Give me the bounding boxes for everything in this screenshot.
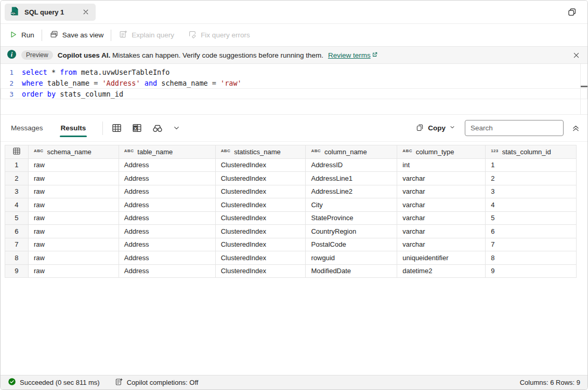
open-in-table-icon[interactable] [111, 123, 122, 133]
export-to-excel-icon[interactable]: X [132, 123, 142, 133]
grid-cell[interactable]: 9 [486, 265, 577, 278]
grid-cell[interactable]: Address [119, 238, 216, 252]
grid-cell[interactable]: raw [29, 185, 119, 199]
grid-cell[interactable]: uniqueidentifier [397, 251, 486, 265]
grid-cell[interactable]: 3 [486, 185, 577, 199]
code-line-3[interactable]: 3order by stats_column_id [1, 88, 587, 99]
grid-cell[interactable]: varchar [397, 212, 486, 225]
copy-button[interactable]: Copy [415, 123, 455, 133]
query-toolbar: Run Save as view Explain que [1, 24, 587, 46]
table-row: 3rawAddressClusteredIndexAddressLine2var… [5, 185, 577, 199]
grid-cell[interactable]: ClusteredIndex [216, 225, 306, 238]
grid-cell[interactable]: Address [119, 265, 216, 278]
grid-cell[interactable]: raw [29, 265, 119, 278]
grid-cell[interactable]: 1 [486, 159, 577, 172]
grid-cell[interactable]: Address [119, 159, 216, 172]
grid-cell[interactable]: ClusteredIndex [216, 185, 306, 199]
grid-cell[interactable]: raw [29, 198, 119, 212]
editor-scrollbar[interactable] [580, 64, 587, 114]
save-as-view-button[interactable]: Save as view [49, 30, 104, 41]
grid-cell[interactable]: varchar [397, 172, 486, 185]
grid-cell[interactable]: Address [119, 185, 216, 199]
grid-cell[interactable]: CountryRegion [306, 225, 397, 238]
column-header-stats_column_id[interactable]: 123stats_column_id [486, 145, 577, 159]
grid-cell[interactable]: ModifiedDate [306, 265, 397, 278]
grid-cell[interactable]: Address [119, 251, 216, 265]
grid-cell[interactable]: ClusteredIndex [216, 172, 306, 185]
grid-cell[interactable]: PostalCode [306, 238, 397, 252]
column-header-statistics_name[interactable]: ABCstatistics_name [216, 145, 306, 159]
grid-cell[interactable]: ClusteredIndex [216, 238, 306, 252]
grid-cell[interactable]: 4 [486, 198, 577, 212]
grid-cell[interactable]: Address [119, 212, 216, 225]
inspect-binoculars-icon[interactable] [152, 123, 163, 134]
grid-cell[interactable]: ClusteredIndex [216, 159, 306, 172]
column-header-schema_name[interactable]: ABCschema_name [29, 145, 119, 159]
grid-cell[interactable]: raw [29, 251, 119, 265]
grid-cell[interactable]: City [306, 198, 397, 212]
fix-query-errors-button[interactable]: Fix query errors [188, 30, 250, 41]
grid-cell[interactable]: datetime2 [397, 265, 486, 278]
select-all-cell[interactable] [5, 145, 29, 159]
code-line-1[interactable]: 1select * from meta.uvwUserTableInfo [1, 66, 587, 77]
grid-cell[interactable]: Address [119, 198, 216, 212]
grid-cell[interactable]: 5 [486, 212, 577, 225]
column-type-icon: ABC [34, 149, 44, 153]
tab-sql-query[interactable]: SQL SQL query 1 [5, 4, 96, 21]
column-header-column_type[interactable]: ABCcolumn_type [397, 145, 486, 159]
table-row: 4rawAddressClusteredIndexCityvarchar4 [5, 198, 577, 212]
copilot-completions-status[interactable]: Copilot completions: Off [114, 378, 199, 388]
grid-cell[interactable]: ClusteredIndex [216, 265, 306, 278]
collapse-results-icon[interactable] [571, 124, 580, 132]
tab-results[interactable]: Results [60, 115, 87, 142]
grid-cell[interactable]: raw [29, 238, 119, 252]
grid-cell[interactable]: varchar [397, 198, 486, 212]
row-number-cell[interactable]: 6 [5, 225, 29, 238]
row-number-cell[interactable]: 4 [5, 198, 29, 212]
column-header-column_name[interactable]: ABCcolumn_name [306, 145, 397, 159]
grid-cell[interactable]: varchar [397, 238, 486, 252]
row-number-cell[interactable]: 3 [5, 185, 29, 199]
row-number-cell[interactable]: 5 [5, 212, 29, 225]
row-number-cell[interactable]: 8 [5, 251, 29, 265]
grid-cell[interactable]: raw [29, 212, 119, 225]
sql-code-editor[interactable]: 1select * from meta.uvwUserTableInfo2whe… [1, 64, 587, 115]
grid-cell[interactable]: Address [119, 225, 216, 238]
grid-cell[interactable]: 7 [486, 238, 577, 252]
grid-cell[interactable]: varchar [397, 185, 486, 199]
grid-cell[interactable]: 8 [486, 251, 577, 265]
tab-messages[interactable]: Messages [10, 115, 44, 142]
code-line-2[interactable]: 2where table_name = 'Address' and schema… [1, 77, 587, 88]
grid-cell[interactable]: varchar [397, 225, 486, 238]
grid-cell[interactable]: Address [119, 172, 216, 185]
grid-cell[interactable]: ClusteredIndex [216, 251, 306, 265]
row-number-cell[interactable]: 2 [5, 172, 29, 185]
review-terms-link[interactable]: Review terms [328, 51, 378, 59]
grid-cell[interactable]: AddressLine2 [306, 185, 397, 199]
banner-close-icon[interactable] [572, 51, 580, 59]
grid-cell[interactable]: ClusteredIndex [216, 212, 306, 225]
grid-cell[interactable]: int [397, 159, 486, 172]
multi-window-icon[interactable] [567, 7, 577, 17]
grid-cell[interactable]: rowguid [306, 251, 397, 265]
grid-cell[interactable]: AddressLine1 [306, 172, 397, 185]
row-number-cell[interactable]: 9 [5, 265, 29, 278]
row-number-cell[interactable]: 7 [5, 238, 29, 252]
grid-cell[interactable]: raw [29, 159, 119, 172]
more-options-chevron-icon[interactable] [173, 124, 180, 132]
grid-cell[interactable]: raw [29, 225, 119, 238]
grid-cell[interactable]: ClusteredIndex [216, 198, 306, 212]
grid-cell[interactable]: 2 [486, 172, 577, 185]
grid-cell[interactable]: StateProvince [306, 212, 397, 225]
table-row: 6rawAddressClusteredIndexCountryRegionva… [5, 225, 577, 238]
column-header-table_name[interactable]: ABCtable_name [119, 145, 216, 159]
tab-close-icon[interactable] [82, 8, 89, 16]
grid-cell[interactable]: 6 [486, 225, 577, 238]
grid-cell[interactable]: raw [29, 172, 119, 185]
search-input[interactable] [465, 120, 564, 136]
run-button[interactable]: Run [9, 30, 34, 41]
row-number-cell[interactable]: 1 [5, 159, 29, 172]
grid-cell[interactable]: AddressID [306, 159, 397, 172]
code-text: where table_name = 'Address' and schema_… [22, 78, 242, 88]
explain-query-button[interactable]: Explain query [119, 30, 174, 41]
